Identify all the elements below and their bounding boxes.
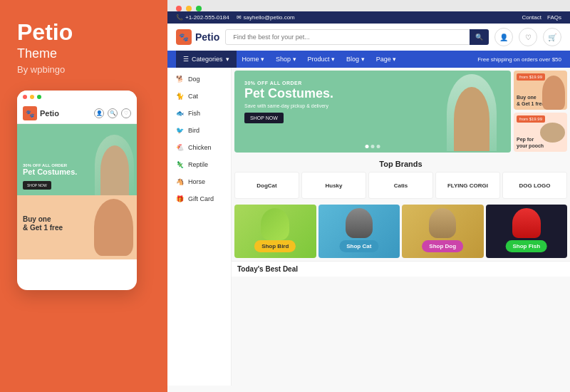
user-icon-button[interactable]: 👤 [494,28,513,46]
mobile-hero-text: 30% OFF ALL ORDER Pet Costumes. SHOP NOW [23,163,77,190]
browser-chrome [167,0,570,11]
mobile-icons: 👤 🔍 ♡ [94,108,131,118]
sidebar-item-reptile[interactable]: 🦎 Reptile [167,156,231,173]
horse-icon: 🐴 [175,177,185,187]
cart-icon-button[interactable]: 🛒 [543,28,561,46]
header-logo: 🐾 Petio [176,29,219,45]
brand-by: By wpbingo [17,64,150,75]
sidebar-item-horse[interactable]: 🐴 Horse [167,173,231,190]
sidebar-item-cat[interactable]: 🐈 Cat [167,88,231,105]
menu-product[interactable]: Product ▾ [302,51,341,68]
mobile-card2: Buy one& Get 1 free [17,195,137,259]
hero-section: 30% OFF ALL ORDER Pet Costumes. Save wit… [232,68,570,155]
sidebar-item-dog[interactable]: 🐕 Dog [167,71,231,88]
search-button[interactable]: 🔍 [470,29,489,45]
hero-main-banner: 30% OFF ALL ORDER Pet Costumes. Save wit… [234,71,511,153]
brand-card-dogcat[interactable]: DogCat [234,172,299,199]
desktop-content: 📞 +1-202-555-0184 ✉ sayhello@petio.com C… [167,11,570,392]
today-deal-bar: Today's Best Deal [232,261,570,277]
mobile-dot-yellow [30,95,34,99]
categories-menu-button[interactable]: ☰ Categories ▾ [176,51,237,68]
shop-bird-button[interactable]: Shop Bird [254,240,296,252]
faqs-link[interactable]: FAQs [547,14,561,21]
gift-icon: 🎁 [175,194,185,204]
nav-top-right: Contact FAQs [522,14,561,21]
bird-animal-image [261,208,289,240]
brand-card-dog-logo[interactable]: DOG LOGO [502,172,567,199]
hero-dot-3[interactable] [377,145,380,148]
brands-title: Top Brands [234,160,567,168]
mobile-preview: 🐾 Petio 👤 🔍 ♡ 30% OFF ALL ORDER Pet Cost… [17,91,137,290]
hero-dot-1[interactable] [366,145,369,148]
desktop-menu: ☰ Categories ▾ Home ▾ Shop ▾ Product ▾ B… [167,51,570,68]
phone-icon: 📞 [176,14,183,21]
mobile-card2-text: Buy one& Get 1 free [23,215,63,232]
desktop-main: 🐕 Dog 🐈 Cat 🐟 Fish 🐦 Bird 🐔 Chick [167,68,570,386]
hero-cat-image [447,74,497,151]
menu-links: Home ▾ Shop ▾ Product ▾ Blog ▾ Page ▾ [237,51,478,68]
shop-dog-button[interactable]: Shop Dog [422,240,463,252]
hero-side-dog-image [542,76,565,110]
mobile-user-icon[interactable]: 👤 [94,108,104,118]
bird-icon: 🐦 [175,125,185,135]
left-panel: Petio Theme By wpbingo 🐾 Petio 👤 🔍 ♡ 30%… [0,0,167,392]
brand-card-catis[interactable]: Catis [368,172,433,199]
shop-card-fish[interactable]: Shop Fish [486,205,568,258]
header-search[interactable]: 🔍 [225,29,489,45]
shop-card-bird[interactable]: Shop Bird [234,205,316,258]
hero-dots [366,145,380,148]
hero-side-card-1: from $19.99 Buy one& Get 1 free [514,71,567,110]
mobile-search-icon[interactable]: 🔍 [108,108,118,118]
shop-card-cat[interactable]: Shop Cat [318,205,400,258]
dog-icon: 🐕 [175,74,185,84]
mobile-logo-area: 🐾 Petio [23,106,59,120]
hero-dot-2[interactable] [371,145,375,148]
mobile-shop-now-button[interactable]: SHOP NOW [23,181,51,190]
header-logo-text: Petio [195,31,219,43]
fish-animal-image [512,208,541,238]
mobile-logo-icon: 🐾 [23,106,37,120]
dog-animal-image [429,208,456,238]
mobile-card2-title: Buy one& Get 1 free [23,215,63,232]
hero-side-text-1: Buy one& Get 1 free [517,95,544,107]
mobile-heart-icon[interactable]: ♡ [121,108,131,118]
desktop-header: 🐾 Petio 🔍 👤 ♡ 🛒 [167,24,570,51]
wishlist-icon-button[interactable]: ♡ [519,28,537,46]
menu-shipping-notice: Free shipping on orders over $50 [477,51,561,68]
menu-shop[interactable]: Shop ▾ [270,51,302,68]
sidebar-item-gift-card[interactable]: 🎁 Gift Card [167,190,231,207]
brand-card-husky[interactable]: Husky [301,172,366,199]
shop-fish-button[interactable]: Shop Fish [505,240,547,252]
header-icons: 👤 ♡ 🛒 [494,28,561,46]
mobile-hero-cat-image [95,135,134,195]
menu-page[interactable]: Page ▾ [370,51,403,68]
brands-section: Top Brands DogCat Husky Catis FLYING COR… [232,155,570,202]
sidebar-item-fish[interactable]: 🐟 Fish [167,105,231,122]
sidebar-item-chicken[interactable]: 🐔 Chicken [167,139,231,156]
mobile-top-bar [17,91,137,103]
hero-shop-now-button[interactable]: SHOP NOW [244,113,284,123]
email-icon: ✉ [237,14,242,21]
shop-card-dog[interactable]: Shop Dog [402,205,484,258]
menu-home[interactable]: Home ▾ [237,51,271,68]
mobile-header: 🐾 Petio 👤 🔍 ♡ [17,103,137,124]
chevron-down-icon: ▾ [226,56,229,63]
shop-cat-button[interactable]: Shop Cat [339,240,378,252]
cat-animal-image [346,208,373,238]
nav-phone: 📞 +1-202-555-0184 [176,14,229,21]
contact-link[interactable]: Contact [522,14,542,21]
menu-icon: ☰ [183,56,189,63]
shop-grid: Shop Bird Shop Cat Shop Dog Shop Fish [232,202,570,261]
hero-side-bowl-image [540,123,565,143]
content-area: 30% OFF ALL ORDER Pet Costumes. Save wit… [232,68,570,386]
right-panel: 📞 +1-202-555-0184 ✉ sayhello@petio.com C… [167,0,570,392]
menu-blog[interactable]: Blog ▾ [341,51,370,68]
brand-subtitle: Theme [17,46,150,61]
sidebar-item-bird[interactable]: 🐦 Bird [167,122,231,139]
hero-side-price-1: from $19.99 [517,73,545,81]
search-input[interactable] [225,29,489,45]
brand-card-flying-corgi[interactable]: FLYING CORGI [435,172,500,199]
mobile-dot-red [23,95,27,99]
hero-side-text-2: Pep foryour pooch [517,137,544,149]
nav-email: ✉ sayhello@petio.com [237,14,295,21]
